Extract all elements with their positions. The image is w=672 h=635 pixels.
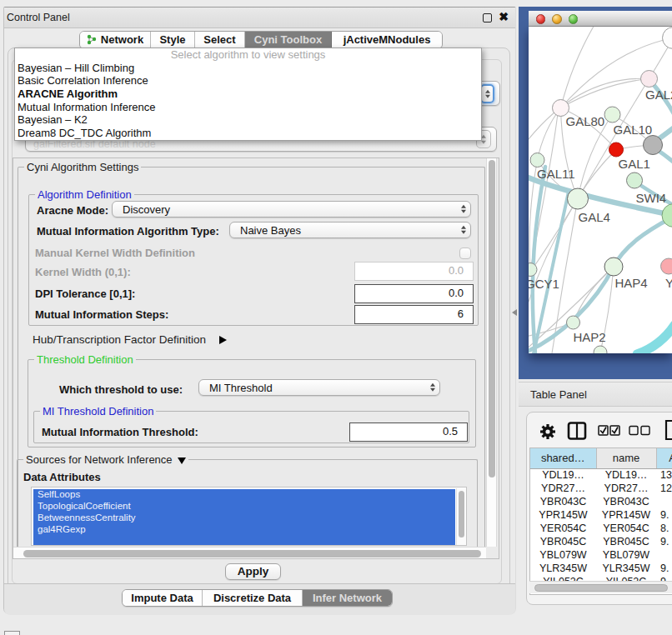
settings-vertical-scrollbar-thumb[interactable]	[489, 160, 495, 478]
table-cell: YBL079W	[596, 548, 656, 562]
dropdown-item[interactable]: ARACNE Algorithm	[15, 88, 481, 101]
corner-widget[interactable]	[4, 631, 20, 635]
table-row[interactable]: YPR145WYPR145W9.	[530, 508, 672, 522]
manual-kernel-checkbox[interactable]	[459, 248, 471, 259]
table-row[interactable]: YBR045CYBR045C9.	[530, 535, 672, 548]
hub-definition-label: Hub/Transcription Factor Definition	[33, 333, 206, 346]
table-horizontal-scrollbar[interactable]	[529, 581, 672, 593]
tab-label: Cyni Toolbox	[254, 33, 322, 46]
table-cell: 9.	[656, 535, 672, 548]
table-row[interactable]: YBL079WYBL079W	[530, 548, 672, 562]
tab-discretize-data[interactable]: Discretize Data	[203, 590, 303, 606]
algorithm-select-arrows[interactable]	[480, 84, 494, 103]
gear-icon[interactable]	[539, 422, 557, 441]
aracne-mode-label: Aracne Mode:	[37, 204, 108, 217]
dropdown-item[interactable]: Mutual Information Inference	[15, 101, 481, 114]
dropdown-item[interactable]: Dream8 DC_TDC Algorithm	[15, 127, 481, 140]
graph-node[interactable]	[594, 346, 607, 353]
graph-node-label: GAL80	[565, 114, 604, 128]
settings-horizontal-scrollbar[interactable]	[13, 547, 486, 558]
control-panel-bottom-bar: Impute DataDiscretize DataInfer Network	[4, 583, 515, 615]
mi-algorithm-type-select[interactable]: Naive Bayes	[229, 222, 471, 238]
tab-style[interactable]: Style	[151, 32, 195, 49]
apply-button[interactable]: Apply	[225, 563, 281, 580]
tab-impute-data[interactable]: Impute Data	[123, 590, 203, 606]
tab-label: Select	[203, 33, 235, 46]
graph-node-gal11[interactable]	[530, 153, 544, 168]
table-row[interactable]: YER054CYER054C8.	[530, 522, 672, 535]
tab-cyni-toolbox[interactable]: Cyni Toolbox	[245, 32, 332, 49]
table-row[interactable]: YBR043CYBR043C	[530, 495, 672, 508]
tab-label: Network	[101, 33, 143, 46]
settings-scrollpane: Cyni Algorithm Settings Algorithm Defini…	[13, 158, 499, 559]
float-window-icon[interactable]	[483, 13, 492, 22]
table-row[interactable]: YLR345WYLR345W9.	[530, 562, 672, 575]
table-row[interactable]: YDL19…YDL19…13	[530, 468, 672, 482]
sources-title: Sources for Network Inference	[23, 454, 188, 465]
tab-select[interactable]: Select	[195, 32, 245, 49]
tab-network[interactable]: Network	[80, 32, 151, 49]
graph-node-gal1[interactable]	[626, 172, 642, 188]
settings-horizontal-scrollbar-thumb[interactable]	[23, 550, 481, 558]
graph-node-gal4[interactable]	[567, 188, 588, 209]
checked-boxes-icon[interactable]	[598, 425, 620, 436]
attribute-item[interactable]: TopologicalCoefficient	[33, 501, 455, 512]
table-cell: YBR045C	[596, 535, 656, 548]
graph-node-y[interactable]	[660, 258, 672, 274]
aracne-mode-select[interactable]: Discovery	[112, 201, 471, 218]
attribute-item[interactable]: SelfLoops	[33, 489, 455, 501]
data-attributes-list[interactable]: SelfLoopsTopologicalCoefficientBetweenne…	[31, 487, 467, 546]
mi-steps-field[interactable]: 6	[354, 305, 474, 324]
kernel-width-label: Kernel Width (0,1):	[35, 266, 131, 278]
split-divider-arrow-icon[interactable]	[512, 309, 517, 316]
which-threshold-select[interactable]: MI Threshold	[198, 379, 440, 396]
attribute-item[interactable]: BetweennessCentrality	[33, 512, 455, 524]
cyni-bottom-tabs: Impute DataDiscretize DataInfer Network	[122, 589, 393, 607]
mi-threshold-title: MI Threshold Definition	[40, 406, 156, 417]
unchecked-boxes-icon[interactable]	[629, 425, 650, 436]
close-icon[interactable]: ✖	[498, 10, 509, 23]
dpi-tolerance-field[interactable]: 0.0	[354, 284, 474, 303]
split-columns-icon[interactable]	[567, 421, 587, 441]
close-traffic-light[interactable]	[536, 14, 546, 24]
selected-attributes-block: SelfLoopsTopologicalCoefficientBetweenne…	[33, 489, 455, 546]
attribute-item[interactable]: gal4RGexp	[33, 524, 455, 536]
graph-node-hap2[interactable]	[566, 316, 579, 329]
settings-vertical-scrollbar[interactable]	[486, 158, 497, 547]
graph-node[interactable]	[609, 142, 623, 157]
graph-node-gal2[interactable]	[640, 71, 657, 88]
algorithm-dropdown-popup: Select algorithm to view settingsBayesia…	[14, 48, 482, 141]
attributes-scrollbar-thumb[interactable]	[459, 491, 465, 538]
expanded-arrow-icon	[178, 458, 186, 464]
dropdown-item[interactable]: Basic Correlation Inference	[15, 74, 481, 88]
graph-node-label: GAL4	[578, 210, 609, 224]
algorithm-definition-title: Algorithm Definition	[35, 189, 134, 200]
graph-node[interactable]	[643, 136, 662, 155]
network-canvas[interactable]: GAL2GAL80GAL10GAL11GAL1GAL4SWI4GCY1HAP4Y…	[529, 27, 672, 353]
graph-node-gal10[interactable]	[604, 107, 620, 122]
dropdown-item[interactable]: Bayesian – Hill Climbing	[15, 62, 481, 75]
attributes-scrollbar[interactable]	[456, 488, 466, 546]
data-attributes-label: Data Attributes	[23, 471, 101, 483]
graph-node-label: GAL1	[618, 157, 649, 171]
hub-definition-toggle[interactable]: Hub/Transcription Factor Definition	[33, 333, 227, 346]
minimize-traffic-light[interactable]	[552, 14, 562, 24]
zoom-traffic-light[interactable]	[569, 14, 579, 24]
mi-threshold-field[interactable]: 0.5	[349, 422, 468, 442]
collapsed-arrow-icon	[219, 336, 227, 344]
graph-node-hap4[interactable]	[604, 258, 623, 276]
tab-infer-network[interactable]: Infer Network	[303, 590, 392, 606]
table-row[interactable]: YDR27…YDR27…12	[530, 482, 672, 495]
document-icon[interactable]	[664, 419, 672, 441]
table-cell: YPR145W	[596, 508, 656, 522]
kernel-width-field[interactable]: 0.0	[354, 262, 474, 281]
tab-jactivemnodules[interactable]: jActiveMNodules	[332, 32, 442, 49]
column-header[interactable]: shared…	[530, 448, 596, 468]
dropdown-item[interactable]: Bayesian – K2	[15, 113, 481, 127]
node-table[interactable]: shared…nameA YDL19…YDL19…13YDR27…YDR27…1…	[529, 448, 672, 595]
graph-node[interactable]	[662, 28, 672, 49]
column-header[interactable]: name	[596, 448, 656, 468]
table-cell: 13	[656, 468, 672, 482]
table-horizontal-scrollbar-thumb[interactable]	[534, 584, 668, 592]
column-header[interactable]: A	[656, 448, 672, 468]
